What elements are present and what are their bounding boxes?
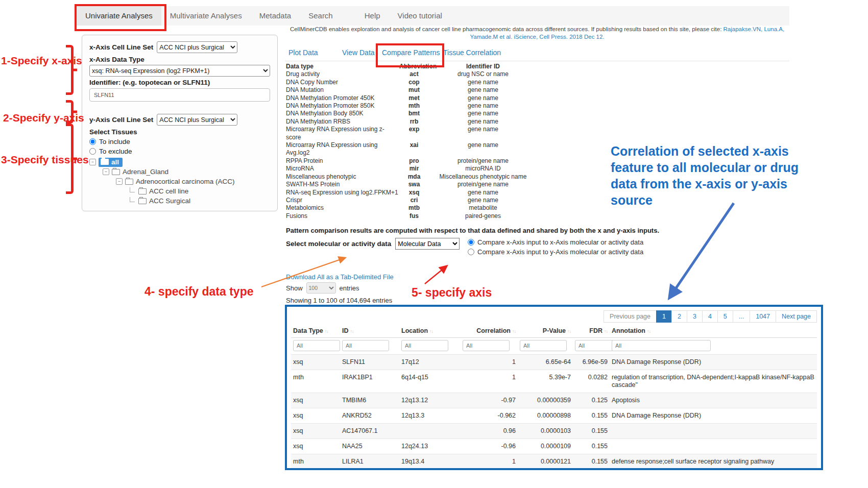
filter-input[interactable] xyxy=(401,340,448,351)
nav-search[interactable]: Search xyxy=(300,6,342,26)
pattern-comparison-note: Pattern comparison results are computed … xyxy=(286,227,659,234)
result-cell: IRAK1BP1 xyxy=(340,370,399,393)
y-axis-cell-line-set-select[interactable]: ACC NCI plus Surgical xyxy=(157,114,237,126)
datatype-row: RPPA Proteinproprotein/gene name xyxy=(286,157,537,165)
datatype-name: DNA Copy Number xyxy=(286,79,399,86)
result-row[interactable]: mthIRAK1BP16q14-q1515.39e-70.0282regulat… xyxy=(291,370,817,393)
datatype-abbreviation: cri xyxy=(399,197,429,204)
tissue-exclude-radio[interactable] xyxy=(89,148,96,155)
datatype-name: RPPA Protein xyxy=(286,157,399,165)
datatype-row: Microarray RNA Expression using z-scoree… xyxy=(286,126,537,141)
result-cell: -0.97 xyxy=(461,393,518,408)
tree-expander-icon[interactable]: − xyxy=(103,168,109,175)
page-button[interactable]: 5 xyxy=(717,310,733,323)
filter-input[interactable] xyxy=(463,340,510,351)
compare-y-axis-option[interactable]: Compare x-Axis input to y-Axis molecular… xyxy=(468,248,643,256)
result-cell: 0.96 xyxy=(461,424,518,439)
tissue-exclude-option[interactable]: To exclude xyxy=(89,148,270,155)
tree-item[interactable]: ACC cell line xyxy=(89,186,270,196)
result-row[interactable]: xsqANKRD5212q13.3-0.9620.000008980.155DN… xyxy=(291,408,817,424)
tree-item[interactable]: −Adrenal_Gland xyxy=(89,167,270,177)
column-header-location[interactable]: Location↑↓ xyxy=(399,324,461,338)
compare-x-axis-option[interactable]: Compare x-Axis input to x-Axis molecular… xyxy=(468,238,643,246)
nav-metadata[interactable]: Metadata xyxy=(251,6,300,26)
filter-input[interactable] xyxy=(612,340,711,351)
datatype-abbreviation: met xyxy=(399,94,429,102)
page-button[interactable]: 2 xyxy=(671,310,687,323)
previous-page-button[interactable]: Previous page xyxy=(604,310,657,323)
result-cell: 5.39e-7 xyxy=(518,370,573,393)
result-cell: defense response;cell surface receptor s… xyxy=(610,454,817,470)
next-page-button[interactable]: Next page xyxy=(776,310,817,323)
result-cell: 0.155 xyxy=(573,424,610,439)
result-cell: 12q13.3 xyxy=(399,408,461,424)
annotation-step3: 3-Specify tissues xyxy=(1,154,89,166)
compare-y-axis-radio[interactable] xyxy=(468,249,474,255)
nav-help[interactable]: Help xyxy=(356,6,389,26)
pagination: Previous page12345...1047Next page xyxy=(291,310,817,323)
column-header-correlation[interactable]: Correlation↑↓ xyxy=(461,324,518,338)
nav-multivariate-analyses[interactable]: Multivariate Analyses xyxy=(161,6,251,26)
column-header-id[interactable]: ID↑↓ xyxy=(340,324,399,338)
datatype-abbreviation: xai xyxy=(399,141,429,157)
page-button[interactable]: 4 xyxy=(702,310,718,323)
sort-icon[interactable]: ↑↓ xyxy=(325,329,328,334)
page-button[interactable]: 3 xyxy=(687,310,703,323)
tab-plot-data[interactable]: Plot Data xyxy=(288,48,318,57)
filter-input[interactable] xyxy=(520,340,567,351)
datatype-abbreviation: bmt xyxy=(399,110,429,117)
column-header-p-value[interactable]: P-Value↑↓ xyxy=(518,324,573,338)
result-row[interactable]: xsqAC147067.10.960.00001030.155 xyxy=(291,424,817,439)
datatype-row: Microarray RNA Expression using Avg.log2… xyxy=(286,141,537,157)
showing-entries-text: Showing 1 to 100 of 104,694 entries xyxy=(286,297,392,304)
nav-video-tutorial[interactable]: Video tutorial xyxy=(389,6,451,26)
sort-icon[interactable]: ↑↓ xyxy=(429,329,433,334)
result-row[interactable]: xsqSLFN1117q1216.65e-646.96e-59DNA Damag… xyxy=(291,355,817,370)
sort-icon[interactable]: ↑↓ xyxy=(604,329,608,334)
sort-icon[interactable]: ↑↓ xyxy=(512,329,516,334)
datatype-name: DNA Methylation Promoter 850K xyxy=(286,102,399,110)
tissue-include-label: To include xyxy=(99,138,130,145)
download-tab-delimited-link[interactable]: Download All as a Tab-Delimited File xyxy=(286,273,394,281)
page-button[interactable]: 1047 xyxy=(750,310,776,323)
result-cell: 0.155 xyxy=(573,439,610,454)
sort-icon[interactable]: ↑↓ xyxy=(647,329,650,334)
datatype-row: RNA-seq Expression using log2.FPKM+1xsqg… xyxy=(286,189,537,197)
compare-x-axis-radio[interactable] xyxy=(468,239,474,246)
result-row[interactable]: xsqNAA2512q24.13-0.960.00001090.155 xyxy=(291,439,817,454)
column-header-annotation[interactable]: Annotation↑↓ xyxy=(610,324,817,338)
molecular-data-select[interactable]: Molecular Data xyxy=(395,238,460,250)
datatype-name: Fusions xyxy=(286,212,399,220)
tissue-include-option[interactable]: To include xyxy=(89,138,270,145)
filter-input[interactable] xyxy=(342,340,389,351)
nav-univariate-analyses[interactable]: Univariate Analyses xyxy=(77,6,161,26)
filter-input[interactable] xyxy=(293,340,340,351)
sort-icon[interactable]: ↑↓ xyxy=(350,329,354,334)
column-header-data-type[interactable]: Data Type↑↓ xyxy=(291,324,340,338)
show-entries-select[interactable]: 100 xyxy=(306,282,336,294)
datatype-identifier: microRNA ID xyxy=(429,165,537,173)
tree-item[interactable]: −all xyxy=(89,157,270,167)
tree-item[interactable]: ACC Surgical xyxy=(89,196,270,206)
tab-tissue-correlation[interactable]: Tissue Correlation xyxy=(443,48,501,57)
page-button[interactable]: ... xyxy=(733,310,750,323)
tree-expander-icon[interactable]: − xyxy=(89,159,96,165)
tree-expander-icon[interactable]: − xyxy=(116,178,123,185)
result-row[interactable]: xsqTMBIM612q13.12-0.970.000003590.125Apo… xyxy=(291,393,817,408)
filter-cell xyxy=(461,338,518,355)
page-button[interactable]: 1 xyxy=(656,310,672,323)
tree-item[interactable]: −Adrenocortical carcinoma (ACC) xyxy=(89,177,270,186)
result-cell: DNA Damage Response (DDR) xyxy=(610,408,817,424)
tissue-include-radio[interactable] xyxy=(89,138,96,145)
tab-compare-patterns[interactable]: Compare Patterns xyxy=(382,48,440,57)
result-row[interactable]: mthLILRA119q13.410.00001210.155defense r… xyxy=(291,454,817,470)
tab-view-data[interactable]: View Data xyxy=(342,48,375,57)
red-arrow xyxy=(425,266,447,284)
sort-icon[interactable]: ↑↓ xyxy=(567,329,571,334)
x-axis-data-type-select[interactable]: xsq: RNA-seq Expression (log2 FPKM+1) xyxy=(89,65,270,77)
x-axis-cell-line-set-select[interactable]: ACC NCI plus Surgical xyxy=(157,41,237,53)
datatype-row: Metabolomicsmtbmetabolite xyxy=(286,204,537,212)
tree-selected-node[interactable]: all xyxy=(99,158,123,167)
identifier-input[interactable] xyxy=(89,88,270,102)
column-header-fdr[interactable]: FDR↑↓ xyxy=(573,324,610,338)
